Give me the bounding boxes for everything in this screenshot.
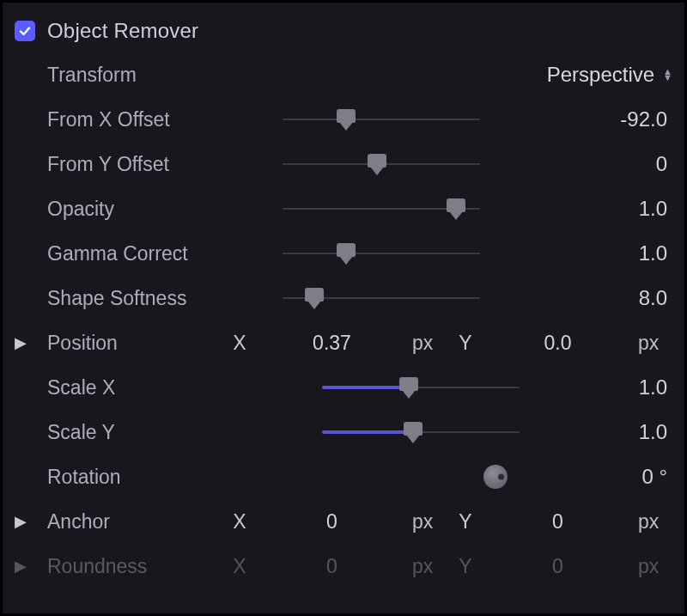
anchor-label: Anchor [47, 510, 228, 534]
rotation-dial[interactable] [483, 465, 508, 489]
transform-row: Transform Perspective ▲▼ [15, 52, 672, 97]
rotation-row: Rotation 0 [15, 454, 672, 499]
softness-label: Shape Softness [47, 287, 271, 310]
softness-row: Shape Softness 8.0 [15, 276, 672, 320]
from-y-offset-slider[interactable] [283, 154, 480, 174]
roundness-x-label: X [228, 555, 252, 578]
anchor-x-label: X [228, 510, 252, 534]
transform-dropdown[interactable]: Perspective ▲▼ [547, 63, 672, 87]
roundness-xy: X 0 px Y 0 px [228, 555, 672, 578]
position-label: Position [47, 332, 228, 355]
transform-label: Transform [47, 64, 271, 87]
scale-x-slider[interactable] [322, 377, 520, 398]
gamma-slider[interactable] [283, 243, 480, 264]
position-x-label: X [228, 332, 252, 355]
transform-value: Perspective [547, 63, 654, 87]
position-y-unit: px [638, 332, 672, 355]
opacity-value[interactable]: 1.0 [521, 197, 672, 221]
anchor-row: ▶ Anchor X 0 px Y 0 px [15, 499, 672, 544]
softness-value[interactable]: 8.0 [521, 286, 672, 310]
opacity-slider[interactable] [283, 198, 480, 219]
rotation-label: Rotation [47, 466, 271, 489]
softness-slider[interactable] [283, 288, 480, 308]
roundness-y-value[interactable]: 0 [484, 555, 631, 578]
position-x-unit: px [412, 332, 447, 355]
gamma-value[interactable]: 1.0 [521, 241, 672, 265]
effect-enable-checkbox[interactable] [15, 21, 35, 41]
roundness-x-unit: px [412, 555, 447, 578]
anchor-disclosure-icon[interactable]: ▶ [15, 514, 27, 529]
effect-title: Object Remover [47, 19, 198, 43]
scale-x-label: Scale X [47, 376, 271, 399]
gamma-label: Gamma Correct [47, 242, 271, 265]
anchor-y-value[interactable]: 0 [484, 510, 631, 534]
checkmark-icon [18, 24, 32, 38]
scale-y-value[interactable]: 1.0 [521, 420, 672, 444]
anchor-y-unit: px [638, 510, 672, 534]
anchor-y-label: Y [453, 510, 477, 534]
inspector-panel: Object Remover Transform Perspective ▲▼ … [0, 0, 687, 616]
anchor-x-value[interactable]: 0 [258, 510, 405, 534]
roundness-disclosure-icon[interactable]: ▶ [15, 558, 27, 574]
roundness-row: ▶ Roundness X 0 px Y 0 px [15, 544, 672, 589]
from-x-offset-row: From X Offset -92.0 [15, 97, 672, 142]
scale-y-label: Scale Y [47, 421, 271, 444]
position-y-value[interactable]: 0.0 [484, 332, 631, 355]
effect-header: Object Remover [15, 9, 672, 52]
from-y-offset-label: From Y Offset [47, 153, 271, 176]
scale-y-row: Scale Y 1.0 [15, 410, 672, 454]
updown-icon: ▲▼ [663, 69, 672, 81]
position-row: ▶ Position X 0.37 px Y 0.0 px [15, 320, 672, 365]
from-y-offset-value[interactable]: 0 [521, 152, 672, 176]
position-disclosure-icon[interactable]: ▶ [15, 335, 27, 351]
roundness-y-label: Y [453, 555, 477, 578]
from-y-offset-row: From Y Offset 0 [15, 142, 672, 186]
position-y-label: Y [453, 332, 477, 355]
opacity-label: Opacity [47, 198, 271, 221]
scale-y-slider[interactable] [322, 422, 520, 442]
from-x-offset-slider[interactable] [283, 109, 480, 130]
position-x-value[interactable]: 0.37 [258, 332, 405, 355]
from-x-offset-label: From X Offset [47, 108, 271, 131]
opacity-row: Opacity 1.0 [15, 186, 672, 231]
anchor-x-unit: px [412, 510, 447, 534]
roundness-y-unit: px [638, 555, 672, 578]
from-x-offset-value[interactable]: -92.0 [521, 107, 672, 131]
gamma-row: Gamma Correct 1.0 [15, 231, 672, 276]
scale-x-row: Scale X 1.0 [15, 365, 672, 410]
position-xy: X 0.37 px Y 0.0 px [228, 332, 672, 355]
roundness-label: Roundness [47, 555, 228, 578]
scale-x-value[interactable]: 1.0 [521, 375, 672, 399]
anchor-xy: X 0 px Y 0 px [228, 510, 672, 534]
roundness-x-value[interactable]: 0 [258, 555, 405, 578]
rotation-value[interactable]: 0 [521, 465, 672, 489]
